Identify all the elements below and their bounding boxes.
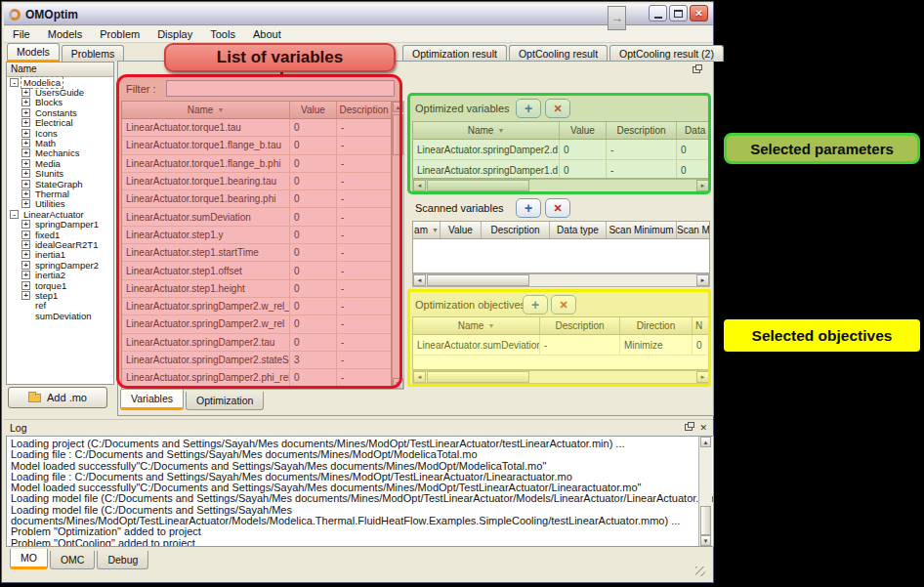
- scroll-up-icon[interactable]: ▲: [700, 437, 711, 447]
- column-value[interactable]: Value: [441, 222, 482, 238]
- tab-mo[interactable]: MO: [10, 549, 48, 569]
- tree-item[interactable]: sumDeviation: [7, 311, 113, 320]
- expand-icon[interactable]: +: [21, 159, 30, 168]
- expand-icon[interactable]: +: [21, 271, 30, 279]
- expand-icon[interactable]: +: [21, 199, 30, 208]
- variable-row[interactable]: LinearActuator.step1.offset 0 -: [122, 262, 391, 279]
- column-name[interactable]: Name▼: [413, 317, 540, 334]
- tab-omc[interactable]: OMC: [50, 551, 96, 569]
- variable-row[interactable]: LinearActuator.springDamper2.stateSelect…: [122, 352, 391, 369]
- tree-item[interactable]: +inertia2: [7, 270, 113, 279]
- variables-table[interactable]: Name▼ Value Description LinearActuator.t…: [121, 101, 392, 390]
- tree-item[interactable]: +StateGraph: [7, 179, 113, 189]
- scrollbar-thumb[interactable]: [427, 180, 529, 191]
- expand-icon[interactable]: +: [21, 281, 30, 290]
- tree-item[interactable]: +Mechanics: [7, 148, 113, 158]
- expand-icon[interactable]: +: [21, 148, 30, 157]
- optimized-variables-hscrollbar[interactable]: ◄ ►: [412, 179, 710, 192]
- collapse-icon[interactable]: -: [10, 78, 19, 87]
- tree-item[interactable]: +step1: [7, 290, 113, 300]
- menu-models[interactable]: Models: [39, 27, 91, 41]
- minimize-button[interactable]: [649, 5, 667, 21]
- scroll-down-icon[interactable]: ▼: [393, 378, 403, 389]
- column-value[interactable]: Value: [290, 102, 337, 118]
- tree-item[interactable]: +fixed1: [7, 230, 113, 239]
- expand-icon[interactable]: +: [21, 261, 30, 270]
- objective-row[interactable]: LinearActuator.sumDeviation - Minimize 0: [413, 335, 709, 356]
- scanned-variables-hscrollbar[interactable]: ◄ ►: [412, 273, 710, 287]
- scroll-left-icon[interactable]: ◄: [413, 274, 426, 286]
- scroll-down-icon[interactable]: ▼: [700, 535, 711, 546]
- tree-item[interactable]: +Constants: [7, 107, 113, 117]
- expand-icon[interactable]: +: [21, 250, 30, 259]
- remove-objective-button[interactable]: ✕: [551, 295, 576, 314]
- optimized-variable-row[interactable]: LinearActuator.springDamper1.d 0 - 0: [413, 160, 709, 179]
- remove-optimized-variable-button[interactable]: ✕: [545, 99, 570, 118]
- variable-row[interactable]: LinearActuator.torque1.flange_b.phi 0 -: [122, 155, 391, 173]
- variables-scrollbar[interactable]: ▲ ▼: [392, 101, 404, 390]
- add-optimized-variable-button[interactable]: +: [516, 99, 541, 118]
- resize-grip[interactable]: [695, 566, 705, 576]
- optimized-variables-table[interactable]: Name▼ Value Description Data type Linear…: [412, 121, 710, 179]
- scroll-up-icon[interactable]: ▲: [393, 102, 403, 112]
- tree-item[interactable]: +inertia1: [7, 250, 113, 260]
- tree-item[interactable]: +torque1: [7, 280, 113, 290]
- expand-icon[interactable]: +: [21, 169, 30, 178]
- objectives-hscrollbar[interactable]: ◄ ►: [412, 370, 710, 384]
- variable-row[interactable]: LinearActuator.torque1.tau 0 -: [122, 119, 391, 137]
- column-description[interactable]: Description: [337, 102, 392, 118]
- model-tree[interactable]: Name -Modelica +UsersGuide +Blocks +Cons…: [6, 62, 114, 385]
- tab-variables[interactable]: Variables: [120, 390, 184, 410]
- tab-optimization-result[interactable]: Optimization result: [402, 45, 507, 62]
- column-scan-maximum[interactable]: Scan Maximum: [677, 222, 710, 238]
- tree-item[interactable]: +springDamper2: [7, 260, 113, 270]
- expand-icon[interactable]: +: [21, 189, 30, 198]
- tree-item[interactable]: +springDamper1: [7, 219, 113, 229]
- tree-item[interactable]: +Blocks: [7, 98, 113, 107]
- scroll-right-icon[interactable]: ►: [696, 274, 709, 286]
- tab-optcooling-result-2[interactable]: OptCooling result (2): [609, 45, 724, 62]
- variable-row[interactable]: LinearActuator.torque1.bearing.tau 0 -: [122, 173, 391, 190]
- expand-icon[interactable]: +: [21, 291, 30, 300]
- tree-item[interactable]: +Math: [7, 138, 113, 147]
- log-output[interactable]: Loading project (C:/Documents and Settin…: [6, 436, 714, 547]
- column-data-type[interactable]: Data type: [550, 222, 607, 238]
- log-scrollbar[interactable]: ▲ ▼: [698, 437, 712, 546]
- scroll-left-icon[interactable]: ◄: [413, 371, 426, 383]
- expand-icon[interactable]: +: [21, 98, 30, 106]
- variable-row[interactable]: LinearActuator.springDamper2.phi_rel_sta…: [122, 369, 391, 387]
- column-scan-minimum[interactable]: Scan Minimum: [607, 222, 677, 238]
- tree-item[interactable]: ref: [7, 301, 113, 311]
- menu-file[interactable]: File: [4, 27, 39, 41]
- expand-icon[interactable]: +: [21, 240, 30, 249]
- scrollbar-thumb[interactable]: [427, 371, 529, 383]
- variable-row[interactable]: LinearActuator.step1.height 0 -: [122, 280, 391, 298]
- filter-input[interactable]: [166, 80, 395, 97]
- scroll-right-icon[interactable]: ►: [696, 180, 709, 191]
- column-description[interactable]: Description: [540, 317, 620, 334]
- maximize-button[interactable]: [669, 5, 688, 21]
- column-n[interactable]: N: [693, 317, 710, 334]
- expand-icon[interactable]: +: [21, 139, 30, 147]
- tree-item[interactable]: +Utilities: [7, 199, 113, 209]
- scrollbar-thumb[interactable]: [393, 114, 403, 155]
- float-panel-icon[interactable]: [693, 66, 700, 73]
- tab-problems[interactable]: Problems: [62, 45, 124, 62]
- expand-icon[interactable]: +: [21, 231, 30, 239]
- scroll-left-icon[interactable]: ◄: [413, 180, 426, 191]
- variable-row[interactable]: LinearActuator.torque1.flange_b.tau 0 -: [122, 137, 391, 154]
- tab-optimization[interactable]: Optimization: [186, 392, 264, 410]
- column-description[interactable]: Description: [607, 122, 677, 139]
- menu-display[interactable]: Display: [148, 27, 201, 41]
- variable-row[interactable]: LinearActuator.springDamper2.w_rel 0 -: [122, 315, 391, 333]
- tree-item[interactable]: +Thermal: [7, 189, 113, 198]
- expand-icon[interactable]: +: [21, 220, 30, 229]
- tree-item[interactable]: +Icons: [7, 128, 113, 138]
- forward-arrow-button[interactable]: →: [608, 6, 626, 30]
- tree-item[interactable]: +SIunits: [7, 169, 113, 179]
- tab-models[interactable]: Models: [7, 43, 60, 62]
- menu-tools[interactable]: Tools: [201, 27, 244, 41]
- tree-item[interactable]: +idealGearR2T1: [7, 239, 113, 249]
- variable-row[interactable]: LinearActuator.step1.startTime 0 -: [122, 244, 391, 262]
- scrollbar-thumb[interactable]: [427, 274, 529, 286]
